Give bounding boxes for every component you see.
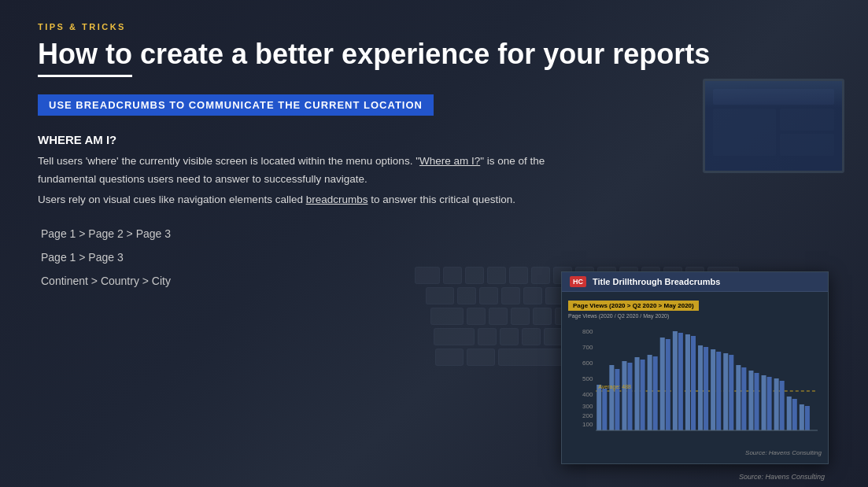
- source-credit: Source: Havens Consulting: [739, 473, 825, 481]
- breadcrumbs-link: breadcrumbs: [306, 194, 368, 205]
- svg-rect-36: [736, 365, 741, 430]
- svg-rect-21: [641, 360, 645, 430]
- svg-rect-42: [774, 378, 779, 430]
- nav-example-2: Page 1 > Page 3: [38, 251, 830, 264]
- svg-rect-39: [754, 373, 759, 430]
- svg-text:500: 500: [582, 375, 593, 382]
- chart-subtitle: Page Views (2020 > Q2 2020 > May 2020): [568, 301, 699, 311]
- svg-rect-34: [723, 353, 728, 430]
- content-area: TIPS & TRICKS How to create a better exp…: [0, 0, 868, 303]
- svg-rect-24: [660, 338, 665, 430]
- chart-icon: HC: [570, 276, 586, 287]
- where-am-i-section: WHERE AM I? Tell users 'where' the curre…: [38, 133, 830, 208]
- section-banner: USE BREADCRUMBS TO COMMUNICATE THE CURRE…: [38, 94, 434, 116]
- bar-chart: 800 700 600 500 400 300 200 100: [568, 322, 822, 440]
- svg-rect-14: [597, 385, 601, 430]
- nav-example-1: Page 1 > Page 2 > Page 3: [38, 227, 830, 240]
- svg-rect-22: [648, 355, 652, 430]
- svg-rect-35: [729, 355, 733, 430]
- svg-text:800: 800: [582, 328, 593, 335]
- svg-rect-38: [748, 371, 753, 430]
- svg-text:700: 700: [582, 344, 593, 351]
- chart-titlebar: HC Title Drillthrough Breadcrumbs: [562, 272, 828, 292]
- paragraph-2: Users rely on visual cues like navigatio…: [38, 191, 557, 208]
- chart-subtitle-small: Page Views (2020 / Q2 2020 / May 2020): [568, 313, 822, 319]
- svg-text:400: 400: [582, 391, 593, 398]
- svg-rect-29: [691, 336, 696, 430]
- svg-rect-17: [615, 369, 619, 430]
- where-am-i-title: WHERE AM I?: [38, 133, 830, 146]
- svg-rect-32: [711, 349, 715, 430]
- where-am-i-link: Where am I?: [419, 155, 480, 167]
- svg-rect-26: [673, 331, 678, 430]
- svg-rect-41: [767, 377, 772, 430]
- svg-text:200: 200: [582, 412, 593, 419]
- svg-rect-46: [800, 404, 804, 430]
- svg-rect-25: [666, 339, 670, 430]
- chart-title: Title Drillthrough Breadcrumbs: [593, 277, 720, 286]
- paragraph-1: Tell users 'where' the currently visible…: [38, 153, 557, 188]
- svg-rect-45: [792, 399, 797, 430]
- svg-text:300: 300: [582, 403, 593, 410]
- main-title: How to create a better experience for yo…: [38, 38, 830, 70]
- svg-rect-27: [678, 333, 683, 430]
- chart-source: Source: Havens Consulting: [745, 449, 822, 456]
- svg-rect-44: [787, 397, 792, 430]
- svg-rect-19: [627, 363, 632, 430]
- svg-rect-16: [609, 365, 614, 430]
- svg-rect-20: [635, 357, 640, 430]
- svg-rect-33: [716, 352, 721, 430]
- svg-rect-37: [741, 367, 746, 430]
- svg-text:600: 600: [582, 360, 593, 367]
- svg-text:100: 100: [582, 421, 593, 428]
- tips-label: TIPS & TRICKS: [38, 22, 830, 31]
- chart-panel: HC Title Drillthrough Breadcrumbs Page V…: [561, 271, 829, 464]
- svg-rect-31: [704, 347, 708, 430]
- chart-content: Page Views (2020 > Q2 2020 > May 2020) P…: [562, 292, 828, 461]
- title-underline: [38, 75, 132, 77]
- svg-rect-47: [805, 406, 810, 430]
- svg-rect-23: [653, 356, 658, 430]
- svg-rect-18: [622, 361, 626, 430]
- svg-text:Average: 488: Average: 488: [598, 384, 631, 390]
- svg-rect-15: [602, 389, 607, 430]
- body-text-block: Tell users 'where' the currently visible…: [38, 153, 557, 208]
- svg-rect-43: [780, 381, 785, 430]
- svg-rect-40: [762, 375, 766, 430]
- svg-rect-28: [685, 334, 690, 430]
- svg-rect-30: [698, 345, 703, 430]
